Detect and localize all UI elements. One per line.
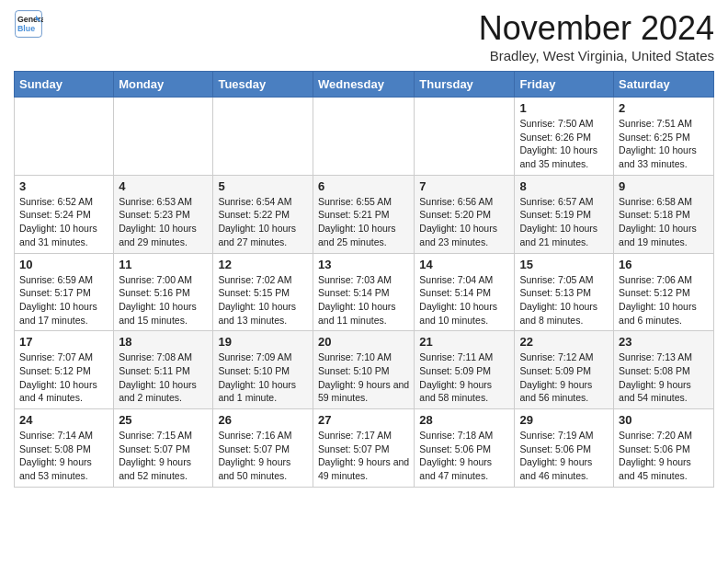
day-number: 23 <box>619 335 709 349</box>
weekday-header: Thursday <box>415 72 515 98</box>
calendar-cell <box>114 98 213 176</box>
day-number: 8 <box>519 179 609 193</box>
day-info: Sunrise: 6:55 AM Sunset: 5:21 PM Dayligh… <box>318 195 409 249</box>
calendar-cell: 9Sunrise: 6:58 AM Sunset: 5:18 PM Daylig… <box>614 175 714 253</box>
day-number: 15 <box>519 258 609 271</box>
location: Bradley, West Virginia, United States <box>479 48 714 63</box>
day-number: 16 <box>619 258 709 271</box>
day-number: 2 <box>619 101 709 115</box>
day-info: Sunrise: 7:14 AM Sunset: 5:08 PM Dayligh… <box>19 429 108 483</box>
calendar-cell: 6Sunrise: 6:55 AM Sunset: 5:21 PM Daylig… <box>313 175 414 253</box>
day-number: 11 <box>119 258 208 271</box>
day-number: 30 <box>619 413 709 427</box>
day-number: 4 <box>119 179 208 193</box>
day-info: Sunrise: 6:58 AM Sunset: 5:18 PM Dayligh… <box>619 195 709 249</box>
weekday-header: Saturday <box>614 72 714 98</box>
day-info: Sunrise: 6:53 AM Sunset: 5:23 PM Dayligh… <box>119 195 208 249</box>
day-info: Sunrise: 6:59 AM Sunset: 5:17 PM Dayligh… <box>19 273 108 327</box>
calendar-cell <box>415 98 515 176</box>
day-number: 10 <box>19 258 108 271</box>
calendar-cell: 28Sunrise: 7:18 AM Sunset: 5:06 PM Dayli… <box>415 409 515 488</box>
day-number: 7 <box>419 179 509 193</box>
calendar: SundayMondayTuesdayWednesdayThursdayFrid… <box>14 71 714 488</box>
day-info: Sunrise: 7:20 AM Sunset: 5:06 PM Dayligh… <box>619 429 709 483</box>
calendar-cell: 14Sunrise: 7:04 AM Sunset: 5:14 PM Dayli… <box>415 253 515 331</box>
calendar-cell: 21Sunrise: 7:11 AM Sunset: 5:09 PM Dayli… <box>415 331 515 409</box>
calendar-cell: 13Sunrise: 7:03 AM Sunset: 5:14 PM Dayli… <box>313 253 414 331</box>
calendar-cell: 27Sunrise: 7:17 AM Sunset: 5:07 PM Dayli… <box>313 409 414 488</box>
calendar-cell <box>313 98 414 176</box>
month-title: November 2024 <box>479 9 714 48</box>
day-number: 14 <box>419 258 509 271</box>
day-number: 21 <box>419 335 509 349</box>
day-info: Sunrise: 7:09 AM Sunset: 5:10 PM Dayligh… <box>218 350 308 405</box>
day-info: Sunrise: 7:16 AM Sunset: 5:07 PM Dayligh… <box>218 429 308 483</box>
day-info: Sunrise: 7:05 AM Sunset: 5:13 PM Dayligh… <box>519 273 609 327</box>
day-info: Sunrise: 7:50 AM Sunset: 6:26 PM Dayligh… <box>519 117 609 171</box>
day-info: Sunrise: 7:51 AM Sunset: 6:25 PM Dayligh… <box>619 117 709 171</box>
day-info: Sunrise: 6:57 AM Sunset: 5:19 PM Dayligh… <box>519 195 609 249</box>
day-info: Sunrise: 7:03 AM Sunset: 5:14 PM Dayligh… <box>318 273 409 327</box>
calendar-cell: 11Sunrise: 7:00 AM Sunset: 5:16 PM Dayli… <box>114 253 213 331</box>
calendar-week-row: 1Sunrise: 7:50 AM Sunset: 6:26 PM Daylig… <box>15 98 714 176</box>
title-block: November 2024 Bradley, West Virginia, Un… <box>479 9 714 63</box>
day-number: 28 <box>419 413 509 427</box>
day-info: Sunrise: 6:52 AM Sunset: 5:24 PM Dayligh… <box>19 195 108 249</box>
calendar-cell: 3Sunrise: 6:52 AM Sunset: 5:24 PM Daylig… <box>15 175 114 253</box>
day-number: 5 <box>218 179 308 193</box>
weekday-header: Tuesday <box>213 72 313 98</box>
weekday-header: Wednesday <box>313 72 414 98</box>
calendar-week-row: 24Sunrise: 7:14 AM Sunset: 5:08 PM Dayli… <box>15 409 714 488</box>
calendar-cell: 10Sunrise: 6:59 AM Sunset: 5:17 PM Dayli… <box>15 253 114 331</box>
day-number: 22 <box>519 335 609 349</box>
calendar-cell: 8Sunrise: 6:57 AM Sunset: 5:19 PM Daylig… <box>515 175 614 253</box>
day-number: 19 <box>218 335 308 349</box>
calendar-cell: 23Sunrise: 7:13 AM Sunset: 5:08 PM Dayli… <box>614 331 714 409</box>
calendar-cell: 24Sunrise: 7:14 AM Sunset: 5:08 PM Dayli… <box>15 409 114 488</box>
day-number: 25 <box>119 413 208 427</box>
calendar-cell: 5Sunrise: 6:54 AM Sunset: 5:22 PM Daylig… <box>213 175 313 253</box>
calendar-week-row: 17Sunrise: 7:07 AM Sunset: 5:12 PM Dayli… <box>15 331 714 409</box>
calendar-cell <box>15 98 114 176</box>
day-number: 18 <box>119 335 208 349</box>
day-info: Sunrise: 7:15 AM Sunset: 5:07 PM Dayligh… <box>119 429 208 483</box>
svg-text:Blue: Blue <box>17 24 35 33</box>
day-info: Sunrise: 7:04 AM Sunset: 5:14 PM Dayligh… <box>419 273 509 327</box>
day-info: Sunrise: 7:11 AM Sunset: 5:09 PM Dayligh… <box>419 350 509 405</box>
day-number: 17 <box>19 335 108 349</box>
day-info: Sunrise: 7:02 AM Sunset: 5:15 PM Dayligh… <box>218 273 308 327</box>
logo-icon: General Blue <box>14 9 43 39</box>
calendar-cell: 2Sunrise: 7:51 AM Sunset: 6:25 PM Daylig… <box>614 98 714 176</box>
day-info: Sunrise: 7:13 AM Sunset: 5:08 PM Dayligh… <box>619 350 709 405</box>
calendar-cell: 1Sunrise: 7:50 AM Sunset: 6:26 PM Daylig… <box>515 98 614 176</box>
calendar-cell: 17Sunrise: 7:07 AM Sunset: 5:12 PM Dayli… <box>15 331 114 409</box>
day-number: 3 <box>19 179 108 193</box>
calendar-cell: 12Sunrise: 7:02 AM Sunset: 5:15 PM Dayli… <box>213 253 313 331</box>
calendar-cell: 22Sunrise: 7:12 AM Sunset: 5:09 PM Dayli… <box>515 331 614 409</box>
day-number: 9 <box>619 179 709 193</box>
day-number: 27 <box>318 413 409 427</box>
day-info: Sunrise: 7:08 AM Sunset: 5:11 PM Dayligh… <box>119 350 208 405</box>
page-header: General Blue November 2024 Bradley, West… <box>14 9 714 63</box>
day-number: 20 <box>318 335 409 349</box>
calendar-cell: 15Sunrise: 7:05 AM Sunset: 5:13 PM Dayli… <box>515 253 614 331</box>
day-info: Sunrise: 7:17 AM Sunset: 5:07 PM Dayligh… <box>318 429 409 483</box>
day-number: 12 <box>218 258 308 271</box>
calendar-cell: 30Sunrise: 7:20 AM Sunset: 5:06 PM Dayli… <box>614 409 714 488</box>
day-info: Sunrise: 7:18 AM Sunset: 5:06 PM Dayligh… <box>419 429 509 483</box>
calendar-cell: 7Sunrise: 6:56 AM Sunset: 5:20 PM Daylig… <box>415 175 515 253</box>
calendar-cell: 16Sunrise: 7:06 AM Sunset: 5:12 PM Dayli… <box>614 253 714 331</box>
calendar-cell <box>213 98 313 176</box>
calendar-week-row: 3Sunrise: 6:52 AM Sunset: 5:24 PM Daylig… <box>15 175 714 253</box>
calendar-header-row: SundayMondayTuesdayWednesdayThursdayFrid… <box>15 72 714 98</box>
weekday-header: Sunday <box>15 72 114 98</box>
weekday-header: Friday <box>515 72 614 98</box>
day-info: Sunrise: 7:19 AM Sunset: 5:06 PM Dayligh… <box>519 429 609 483</box>
logo: General Blue <box>14 9 43 39</box>
day-info: Sunrise: 7:06 AM Sunset: 5:12 PM Dayligh… <box>619 273 709 327</box>
calendar-cell: 4Sunrise: 6:53 AM Sunset: 5:23 PM Daylig… <box>114 175 213 253</box>
calendar-cell: 26Sunrise: 7:16 AM Sunset: 5:07 PM Dayli… <box>213 409 313 488</box>
day-info: Sunrise: 7:12 AM Sunset: 5:09 PM Dayligh… <box>519 350 609 405</box>
day-info: Sunrise: 7:10 AM Sunset: 5:10 PM Dayligh… <box>318 350 409 405</box>
calendar-cell: 25Sunrise: 7:15 AM Sunset: 5:07 PM Dayli… <box>114 409 213 488</box>
